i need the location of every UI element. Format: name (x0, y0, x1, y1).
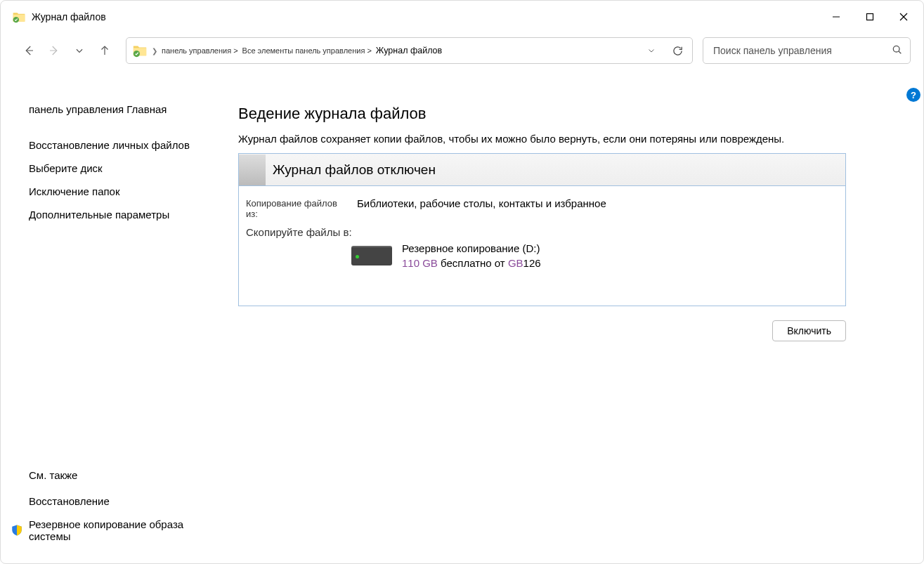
window-title: Журнал файлов (32, 11, 106, 22)
content-area: ? панель управления Главная Восстановлен… (1, 68, 923, 563)
close-button[interactable] (887, 1, 920, 33)
sidebar-home[interactable]: панель управления Главная (29, 98, 216, 121)
drive-free-suffix: бесплатно от (438, 257, 505, 269)
status-panel: Журнал файлов отключен Копирование файло… (238, 153, 846, 306)
enable-button[interactable]: Включить (772, 320, 846, 341)
up-button[interactable] (92, 38, 117, 63)
refresh-button[interactable] (665, 45, 689, 57)
sidebar-item-exclude-folders[interactable]: Исключение папок (29, 180, 216, 203)
action-row: Включить (238, 320, 846, 341)
address-icon (132, 43, 148, 58)
search-input[interactable] (713, 45, 892, 56)
chevron-right-icon: ❯ (152, 47, 157, 55)
address-dropdown-button[interactable] (642, 46, 661, 55)
search-box[interactable] (703, 37, 911, 64)
nav-bar: ❯ панель управления > Все элементы панел… (1, 33, 923, 68)
svg-point-9 (893, 46, 899, 52)
status-title: Журнал файлов отключен (266, 162, 436, 178)
app-icon (12, 10, 26, 24)
see-also-recovery[interactable]: Восстановление (29, 490, 216, 513)
minimize-button[interactable] (819, 1, 853, 33)
copy-from-value: Библиотеки, рабочие столы, контакты и из… (357, 197, 606, 209)
see-also-system-image[interactable]: Резервное копирование образа системы (29, 513, 216, 548)
breadcrumb-segment-2[interactable]: Все элементы панель управления > (242, 46, 372, 55)
page-description: Журнал файлов сохраняет копии файлов, чт… (238, 133, 846, 145)
main-content: Ведение журнала файлов Журнал файлов сох… (224, 68, 923, 563)
copy-to-label: Скопируйте файлы в: (246, 225, 352, 238)
help-button[interactable]: ? (906, 88, 920, 102)
see-also-system-image-label: Резервное копирование образа системы (29, 518, 216, 542)
recent-dropdown-button[interactable] (67, 38, 92, 63)
shield-icon (11, 524, 23, 537)
drive-free: 110 GB (402, 257, 438, 269)
drive-name: Резервное копирование (D:) (402, 241, 541, 256)
maximize-button[interactable] (853, 1, 887, 33)
copy-from-label: Копирование файлов из: (246, 197, 351, 219)
drive-info: Резервное копирование (D:) 110 GB беспла… (351, 241, 838, 270)
back-button[interactable] (16, 38, 41, 63)
address-bar[interactable]: ❯ панель управления > Все элементы панел… (126, 37, 693, 64)
svg-rect-2 (867, 14, 873, 20)
status-header: Журнал файлов отключен (239, 154, 845, 186)
svg-line-10 (899, 51, 901, 53)
drive-text: Резервное копирование (D:) 110 GB беспла… (402, 241, 541, 270)
status-icon (239, 155, 266, 185)
title-bar: Журнал файлов (1, 1, 923, 33)
breadcrumb-segment-3[interactable]: Журнал файлов (376, 46, 442, 55)
sidebar-item-restore[interactable]: Восстановление личных файлов (29, 133, 216, 157)
title-bar-left: Журнал файлов (4, 10, 106, 24)
drive-total: 126 (523, 257, 541, 269)
breadcrumb-segment-1[interactable]: панель управления > (162, 46, 238, 55)
window-controls (819, 1, 920, 33)
forward-button[interactable] (41, 38, 67, 63)
status-body: Копирование файлов из: Библиотеки, рабоч… (239, 186, 845, 306)
sidebar: панель управления Главная Восстановление… (1, 68, 224, 563)
sidebar-item-advanced[interactable]: Дополнительные параметры (29, 203, 216, 226)
page-heading: Ведение журнала файлов (238, 105, 846, 123)
search-icon[interactable] (892, 44, 903, 58)
sidebar-item-select-drive[interactable]: Выберите диск (29, 157, 216, 180)
see-also-heading: См. также (29, 464, 216, 487)
drive-icon (351, 246, 392, 265)
drive-total-unit: GB (508, 257, 523, 269)
